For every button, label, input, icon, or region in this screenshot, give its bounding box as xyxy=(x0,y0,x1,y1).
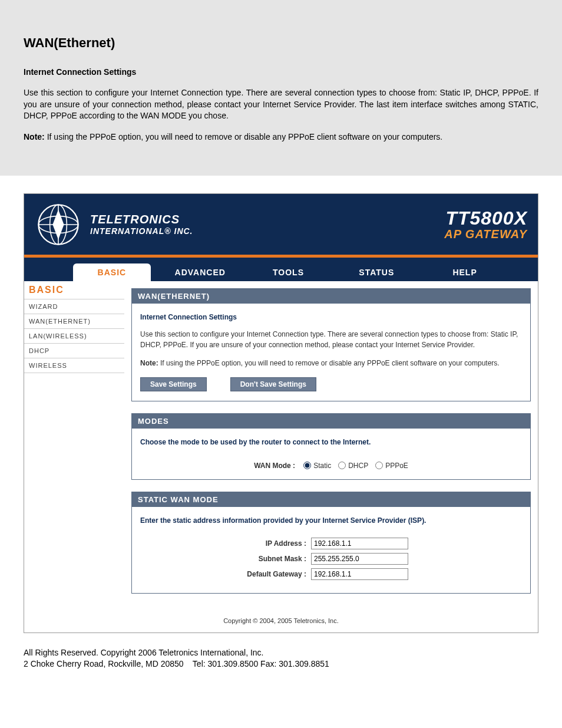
radio-dhcp-input[interactable] xyxy=(338,462,346,469)
tab-tools[interactable]: TOOLS xyxy=(250,263,328,281)
tab-basic[interactable]: BASIC xyxy=(73,263,151,281)
tab-status[interactable]: STATUS xyxy=(338,263,415,281)
panel-static-header: STATIC WAN MODE xyxy=(132,492,530,507)
subnet-mask-input[interactable] xyxy=(311,553,408,565)
doc-intro: WAN(Ethernet) Internet Connection Settin… xyxy=(0,0,562,176)
top-nav-tabs: BASIC ADVANCED TOOLS STATUS HELP xyxy=(24,258,538,281)
panel-wan-subtitle: Internet Connection Settings xyxy=(140,313,522,321)
ip-address-label: IP Address : xyxy=(140,539,311,548)
panel-wan-note: Note: If using the PPPoE option, you wil… xyxy=(140,358,522,368)
panel-wan-note-label: Note: xyxy=(140,359,158,367)
radio-dhcp-label: DHCP xyxy=(348,462,368,470)
wan-mode-radio-group: Static DHCP PPPoE xyxy=(303,462,408,470)
sidebar-item-dhcp[interactable]: DHCP xyxy=(24,344,124,358)
brand-line2: INTERNATIONAL® INC. xyxy=(90,226,193,236)
sidebar-item-wizard[interactable]: WIZARD xyxy=(24,299,124,314)
default-gateway-label: Default Gateway : xyxy=(140,570,311,578)
note-text: If using the PPPoE option, you will need… xyxy=(45,132,442,141)
svg-marker-5 xyxy=(52,209,64,239)
wan-mode-label: WAN Mode : xyxy=(254,462,295,470)
intro-paragraph: Use this section to configure your Inter… xyxy=(24,87,538,122)
panel-static: STATIC WAN MODE Enter the static address… xyxy=(131,492,531,594)
save-settings-button[interactable]: Save Settings xyxy=(140,377,207,391)
note-label: Note: xyxy=(24,132,45,141)
radio-static-input[interactable] xyxy=(303,462,311,469)
radio-static[interactable]: Static xyxy=(303,462,331,470)
sidebar-item-wan[interactable]: WAN(ETHERNET) xyxy=(24,314,124,329)
panel-static-desc: Enter the static address information pro… xyxy=(140,516,522,525)
page-subheading: Internet Connection Settings xyxy=(24,67,538,77)
header-bar: TELETRONICS INTERNATIONAL® INC. TT5800X … xyxy=(24,194,538,258)
brand-line1: TELETRONICS xyxy=(90,213,193,226)
ip-address-input[interactable] xyxy=(311,538,408,549)
footer-line1: All Rights Reserved. Copyright 2006 Tele… xyxy=(24,647,538,659)
radio-dhcp[interactable]: DHCP xyxy=(338,462,368,470)
radio-static-label: Static xyxy=(313,462,331,470)
radio-pppoe[interactable]: PPPoE xyxy=(375,462,408,470)
panel-wan-desc: Use this section to configure your Inter… xyxy=(140,330,522,350)
model-subtitle: AP GATEWAY xyxy=(444,228,527,241)
panel-modes-header: MODES xyxy=(132,414,530,429)
page-title: WAN(Ethernet) xyxy=(24,35,538,51)
panel-wan-note-text: If using the PPPoE option, you will need… xyxy=(158,359,500,367)
sidebar-item-lan[interactable]: LAN(WIRELESS) xyxy=(24,329,124,344)
dont-save-settings-button[interactable]: Don't Save Settings xyxy=(230,377,316,391)
subnet-mask-label: Subnet Mask : xyxy=(140,555,311,563)
logo-globe-icon xyxy=(35,201,82,248)
copyright-text: Copyright © 2004, 2005 Teletronics, Inc. xyxy=(24,605,538,633)
panel-wan: WAN(ETHERNET) Internet Connection Settin… xyxy=(131,288,531,401)
panel-modes: MODES Choose the mode to be used by the … xyxy=(131,413,531,480)
router-ui-frame: TELETRONICS INTERNATIONAL® INC. TT5800X … xyxy=(24,193,538,633)
radio-pppoe-label: PPPoE xyxy=(385,462,408,470)
default-gateway-input[interactable] xyxy=(311,568,408,580)
panel-wan-header: WAN(ETHERNET) xyxy=(132,289,530,304)
sidebar-title: BASIC xyxy=(24,281,124,299)
page-footer: All Rights Reserved. Copyright 2006 Tele… xyxy=(0,633,562,694)
content-area: WAN(ETHERNET) Internet Connection Settin… xyxy=(124,281,538,605)
sidebar-item-wireless[interactable]: WIRELESS xyxy=(24,358,124,373)
tab-help[interactable]: HELP xyxy=(426,263,504,281)
intro-note: Note: If using the PPPoE option, you wil… xyxy=(24,131,538,143)
panel-modes-desc: Choose the mode to be used by the router… xyxy=(140,438,522,446)
footer-line2: 2 Choke Cherry Road, Rockville, MD 20850… xyxy=(24,658,538,670)
radio-pppoe-input[interactable] xyxy=(375,462,383,469)
model-label: TT5800X xyxy=(444,209,527,228)
sidebar: BASIC WIZARD WAN(ETHERNET) LAN(WIRELESS)… xyxy=(24,281,124,605)
tab-advanced[interactable]: ADVANCED xyxy=(161,263,239,281)
